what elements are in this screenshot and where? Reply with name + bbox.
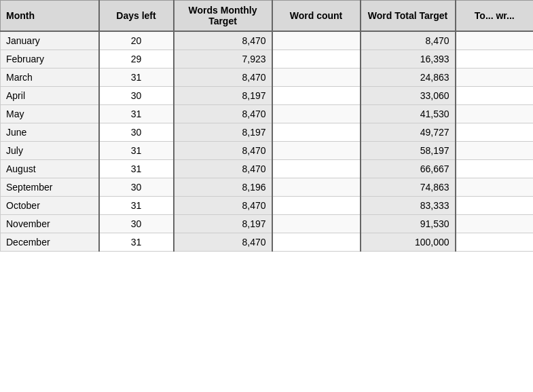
cell-month: November [1, 215, 99, 233]
cell-monthly-target: 8,196 [174, 178, 272, 197]
cell-days-left: 30 [99, 87, 174, 105]
cell-monthly-target: 8,470 [174, 197, 272, 215]
cell-total-target: 33,060 [361, 87, 456, 105]
cell-total-written [456, 87, 534, 105]
cell-monthly-target: 8,197 [174, 123, 272, 142]
cell-days-left: 30 [99, 215, 174, 233]
cell-total-target: 16,393 [361, 50, 456, 68]
table-row: January208,4708,470 [1, 31, 534, 50]
cell-total-target: 24,863 [361, 68, 456, 87]
cell-total-written [456, 215, 534, 233]
cell-monthly-target: 8,470 [174, 31, 272, 50]
cell-month: April [1, 87, 99, 105]
cell-total-target: 91,530 [361, 215, 456, 233]
table-row: September308,19674,863 [1, 178, 534, 197]
cell-total-target: 83,333 [361, 197, 456, 215]
cell-month: October [1, 197, 99, 215]
cell-monthly-target: 8,197 [174, 215, 272, 233]
table-row: March318,47024,863 [1, 68, 534, 87]
cell-monthly-target: 8,470 [174, 160, 272, 178]
header-days-left: Days left [99, 1, 174, 32]
cell-total-written [456, 197, 534, 215]
cell-total-target: 74,863 [361, 178, 456, 197]
cell-monthly-target: 8,470 [174, 68, 272, 87]
cell-word-count [272, 142, 361, 160]
table-row: December318,470100,000 [1, 233, 534, 252]
cell-days-left: 29 [99, 50, 174, 68]
cell-word-count [272, 160, 361, 178]
cell-month: July [1, 142, 99, 160]
cell-word-count [272, 31, 361, 50]
cell-total-target: 41,530 [361, 105, 456, 123]
cell-word-count [272, 105, 361, 123]
cell-total-target: 8,470 [361, 31, 456, 50]
cell-word-count [272, 215, 361, 233]
cell-word-count [272, 68, 361, 87]
cell-month: May [1, 105, 99, 123]
cell-days-left: 31 [99, 105, 174, 123]
cell-month: September [1, 178, 99, 197]
cell-total-written [456, 31, 534, 50]
cell-monthly-target: 8,470 [174, 105, 272, 123]
cell-days-left: 31 [99, 142, 174, 160]
cell-month: March [1, 68, 99, 87]
cell-days-left: 31 [99, 68, 174, 87]
cell-total-target: 58,197 [361, 142, 456, 160]
cell-total-written [456, 123, 534, 142]
cell-month: December [1, 233, 99, 252]
cell-total-written [456, 105, 534, 123]
cell-days-left: 20 [99, 31, 174, 50]
cell-monthly-target: 8,197 [174, 87, 272, 105]
header-total-target: Word Total Target [361, 1, 456, 32]
cell-month: August [1, 160, 99, 178]
cell-days-left: 31 [99, 160, 174, 178]
cell-month: June [1, 123, 99, 142]
header-word-count: Word count [272, 1, 361, 32]
cell-word-count [272, 87, 361, 105]
cell-total-target: 100,000 [361, 233, 456, 252]
cell-word-count [272, 50, 361, 68]
cell-total-written [456, 50, 534, 68]
table-row: April308,19733,060 [1, 87, 534, 105]
cell-total-written [456, 68, 534, 87]
table-row: October318,47083,333 [1, 197, 534, 215]
table-row: July318,47058,197 [1, 142, 534, 160]
table-row: August318,47066,667 [1, 160, 534, 178]
table-row: November308,19791,530 [1, 215, 534, 233]
table-row: June308,19749,727 [1, 123, 534, 142]
cell-total-target: 66,667 [361, 160, 456, 178]
header-month: Month [1, 1, 99, 32]
cell-days-left: 31 [99, 233, 174, 252]
cell-total-written [456, 233, 534, 252]
cell-total-target: 49,727 [361, 123, 456, 142]
main-table-container: Month Days left Words Monthly Target Wor… [0, 0, 533, 252]
cell-days-left: 31 [99, 197, 174, 215]
cell-word-count [272, 178, 361, 197]
cell-monthly-target: 7,923 [174, 50, 272, 68]
cell-days-left: 30 [99, 178, 174, 197]
header-total-written: To... wr... [456, 1, 534, 32]
table-row: February297,92316,393 [1, 50, 534, 68]
cell-month: January [1, 31, 99, 50]
cell-monthly-target: 8,470 [174, 233, 272, 252]
cell-word-count [272, 197, 361, 215]
cell-word-count [272, 123, 361, 142]
cell-word-count [272, 233, 361, 252]
cell-total-written [456, 178, 534, 197]
cell-total-written [456, 142, 534, 160]
cell-days-left: 30 [99, 123, 174, 142]
header-monthly-target: Words Monthly Target [174, 1, 272, 32]
cell-total-written [456, 160, 534, 178]
cell-month: February [1, 50, 99, 68]
table-row: May318,47041,530 [1, 105, 534, 123]
cell-monthly-target: 8,470 [174, 142, 272, 160]
data-table: Month Days left Words Monthly Target Wor… [0, 0, 533, 252]
